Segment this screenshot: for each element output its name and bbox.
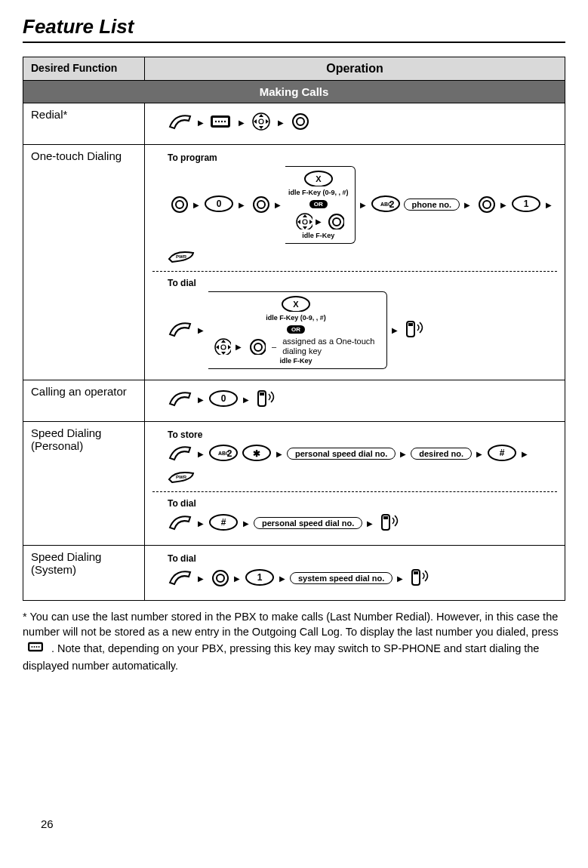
enter-key-icon	[288, 111, 312, 134]
fkey-choice-group: X idle F-Key (0-9, , #) OR – assigned as…	[208, 291, 387, 369]
enter-key-icon	[249, 194, 270, 215]
system-speed-dial-no-pill: system speed dial no.	[290, 572, 393, 584]
talk-icon	[408, 567, 430, 589]
arrow-icon	[314, 217, 323, 226]
arrow-icon	[192, 200, 201, 209]
arrow-icon	[196, 519, 205, 528]
offhook-icon	[168, 568, 193, 589]
footnote-text-a: * You can use the last number stored in …	[23, 611, 559, 638]
offhook-icon	[168, 443, 193, 464]
section-making-calls: Making Calls	[23, 81, 565, 103]
arrow-icon	[237, 200, 246, 209]
idle-fkey-label: idle F-Key	[302, 232, 334, 240]
row-speed-system-label: Speed Dialing (System)	[23, 545, 145, 600]
arrow-icon	[232, 574, 242, 583]
enter-key-icon	[325, 211, 344, 231]
desired-no-pill: desired no.	[411, 448, 472, 460]
dashed-separator	[152, 271, 557, 272]
svg-text:2: 2	[227, 448, 232, 459]
row-onetouch-op: To program 0 X idle F-Key (0-9, , #) OR	[145, 145, 565, 380]
arrow-icon	[276, 118, 285, 127]
subhead-to-store: To store	[168, 429, 557, 440]
idle-fkey-label: idle F-Key	[280, 358, 312, 365]
svg-text:X: X	[316, 174, 322, 183]
arrow-icon	[359, 200, 368, 209]
key-star-icon: ✱	[242, 444, 272, 463]
log-key-icon	[24, 639, 47, 659]
row-onetouch-label: One-touch Dialing	[23, 145, 145, 380]
enter-key-icon	[475, 194, 496, 215]
nav-key-icon	[211, 337, 231, 356]
or-badge: OR	[287, 325, 305, 334]
arrow-icon	[390, 325, 399, 334]
key-0-icon: 0	[208, 389, 239, 409]
row-operator-op: 0	[145, 380, 565, 421]
fkey-choice-group: X idle F-Key (0-9, , #) OR idle F-Key	[285, 166, 356, 244]
svg-text:2: 2	[389, 199, 394, 210]
row-redial-label: Redial*	[23, 103, 145, 145]
pwr-key-icon	[168, 467, 195, 485]
personal-speed-dial-no-pill: personal speed dial no.	[254, 517, 362, 529]
footnote-text-b: . Note that, depending on your PBX, pres…	[23, 642, 539, 672]
arrow-icon	[237, 118, 246, 127]
nav-key-icon	[293, 211, 312, 231]
arrow-icon	[273, 200, 282, 209]
arrow-icon	[196, 574, 205, 583]
key-hash-icon: #	[208, 513, 239, 533]
svg-text:X: X	[293, 300, 299, 309]
subhead-to-dial: To dial	[168, 278, 557, 288]
assigned-note: assigned as a One-touch dialing key	[282, 337, 380, 356]
dashed-separator	[152, 491, 557, 492]
feature-table: Desired Function Operation Making Calls …	[23, 57, 565, 601]
header-desired-function: Desired Function	[23, 57, 145, 81]
arrow-icon	[520, 449, 529, 458]
subhead-to-program: To program	[168, 152, 557, 163]
key-2-icon: ABC2	[371, 195, 401, 214]
svg-text:✱: ✱	[253, 448, 260, 459]
talk-icon	[254, 388, 276, 411]
log-key-icon	[208, 112, 234, 133]
arrow-icon	[234, 342, 243, 351]
arrow-icon	[399, 449, 408, 458]
personal-speed-dial-no-pill: personal speed dial no.	[287, 448, 396, 460]
talk-icon	[402, 319, 425, 341]
arrow-icon	[365, 519, 374, 528]
pwr-key-icon	[168, 247, 195, 265]
offhook-icon	[168, 112, 193, 133]
arrow-icon	[463, 200, 472, 209]
enter-key-icon	[168, 194, 189, 215]
arrow-icon	[196, 325, 205, 334]
svg-text:1: 1	[524, 199, 529, 209]
arrow-icon	[278, 574, 287, 583]
svg-text:1: 1	[257, 572, 263, 583]
phone-no-pill: phone no.	[404, 199, 460, 211]
arrow-icon	[396, 574, 405, 583]
page-title: Feature List	[23, 15, 565, 43]
arrow-icon	[475, 449, 484, 458]
talk-icon	[377, 512, 400, 534]
arrow-icon	[499, 200, 508, 209]
row-speed-personal-label: Speed Dialing (Personal)	[23, 421, 145, 545]
row-redial-op	[145, 103, 565, 145]
row-speed-system-op: To dial 1 system speed dial no.	[145, 545, 565, 600]
row-speed-personal-op: To store ABC2 ✱ personal speed dial no. …	[145, 421, 565, 545]
idle-fkey-range-label: idle F-Key (0-9, , #)	[266, 315, 326, 322]
enter-key-icon	[208, 568, 229, 589]
key-1-icon: 1	[245, 568, 275, 588]
offhook-icon	[168, 512, 193, 534]
offhook-icon	[168, 319, 193, 340]
key-1-icon: 1	[511, 195, 541, 214]
or-badge: OR	[309, 200, 328, 208]
arrow-icon	[275, 449, 284, 458]
subhead-to-dial: To dial	[168, 498, 557, 509]
svg-text:0: 0	[217, 199, 222, 209]
key-2-icon: ABC2	[208, 444, 239, 463]
key-hash-icon: #	[487, 444, 517, 463]
idle-fkey-range-label: idle F-Key (0-9, , #)	[288, 189, 349, 197]
subhead-to-dial: To dial	[168, 553, 557, 564]
enter-key-icon	[246, 337, 266, 356]
key-x-icon: X	[281, 295, 311, 313]
offhook-icon	[168, 389, 193, 410]
header-operation: Operation	[145, 57, 565, 81]
arrow-icon	[196, 449, 205, 458]
